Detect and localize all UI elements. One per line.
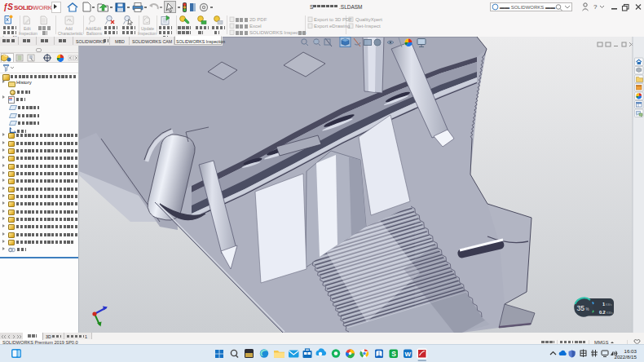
svg-text:?: ? bbox=[593, 3, 598, 11]
svg-text:35: 35 bbox=[577, 304, 585, 312]
svg-text:16:03: 16:03 bbox=[624, 348, 637, 354]
svg-text:KB/s: KB/s bbox=[606, 303, 612, 307]
svg-text:S: S bbox=[391, 350, 396, 358]
svg-text:▬▬ SOLIDWORKS ▬▬: ▬▬ SOLIDWORKS ▬▬ bbox=[500, 5, 555, 10]
svg-text:2022/8/15: 2022/8/15 bbox=[614, 354, 637, 360]
svg-text:W: W bbox=[405, 351, 412, 358]
svg-text:%: % bbox=[586, 307, 589, 311]
svg-text:0.2: 0.2 bbox=[599, 310, 606, 315]
svg-text:KB/s: KB/s bbox=[607, 311, 613, 315]
svg-text:1: 1 bbox=[602, 302, 605, 307]
